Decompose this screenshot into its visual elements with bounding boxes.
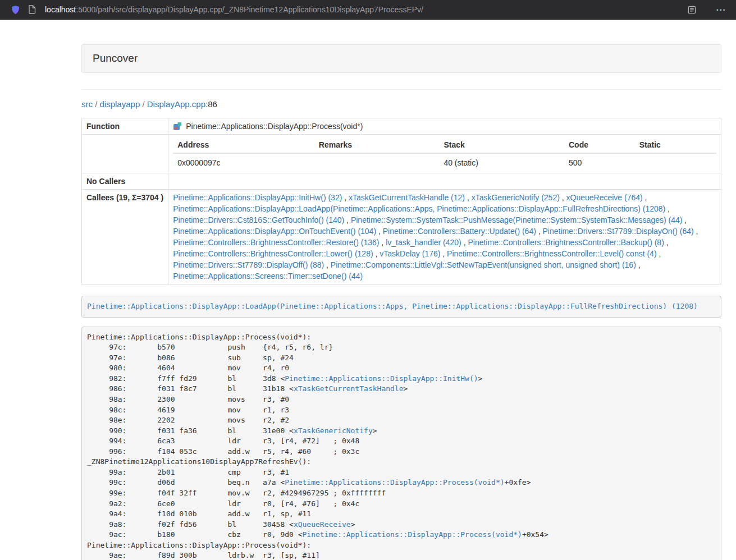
stats-static-value (635, 153, 716, 171)
function-name-cell: Pinetime::Applications::DisplayApp::Proc… (168, 118, 721, 135)
breadcrumb-separator: / (140, 99, 147, 109)
callee-link[interactable]: Pinetime::Applications::Screens::Timer::… (173, 272, 363, 281)
stats-address-value: 0x0000097c (173, 153, 314, 171)
callee-link[interactable]: Pinetime::Controllers::BrightnessControl… (173, 249, 373, 258)
no-callers-label: No Callers (82, 173, 168, 190)
assembly-symbol-link[interactable]: Pinetime::Applications::DisplayApp::Proc… (285, 478, 504, 486)
stats-header-code: Code (564, 137, 635, 153)
callee-link[interactable]: Pinetime::System::SystemTask::PushMessag… (351, 215, 683, 224)
reader-mode-icon[interactable] (685, 3, 698, 16)
stats-header-row: Address Remarks Stack Code Static (173, 137, 716, 153)
callee-link[interactable]: Pinetime::Drivers::St7789::DisplayOff() … (173, 260, 324, 269)
callee-link[interactable]: Pinetime::Applications::DisplayApp::Load… (173, 204, 665, 213)
callee-link[interactable]: Pinetime::Controllers::BrightnessControl… (447, 249, 656, 258)
callee-link[interactable]: Pinetime::Components::LittleVgl::SetNewT… (331, 260, 636, 269)
callees-row: Callees (19, Σ=3704 ) Pinetime::Applicat… (82, 190, 721, 284)
function-row: Function Pinetime::Applications::Display… (82, 118, 721, 135)
stats-cell: Address Remarks Stack Code Static 0x0000… (168, 135, 721, 173)
stats-value-row: 0x0000097c 40 (static) 500 (173, 153, 716, 171)
url-host: localhost (45, 5, 76, 14)
breadcrumb-link[interactable]: displayapp (100, 99, 140, 109)
stats-header-stack: Stack (439, 137, 564, 153)
stats-header-remarks: Remarks (314, 137, 440, 153)
callee-link[interactable]: Pinetime::Applications::DisplayApp::Init… (173, 193, 342, 202)
main-content: Puncover src / displayapp / DisplayApp.c… (81, 20, 721, 560)
stats-row-label (82, 135, 168, 173)
page-actions-more-icon[interactable]: ⋯ (712, 4, 729, 16)
no-callers-row: No Callers (82, 173, 721, 190)
app-header-panel: Puncover (81, 44, 721, 73)
stats-row: Address Remarks Stack Code Static 0x0000… (82, 135, 721, 173)
assembly-symbol-link[interactable]: xTaskGenericNotify (294, 426, 373, 435)
callees-list: Pinetime::Applications::DisplayApp::Init… (168, 190, 721, 284)
callee-link[interactable]: Pinetime::Applications::DisplayApp::OnTo… (173, 227, 376, 236)
callee-link[interactable]: xTaskGenericNotify (252) (472, 193, 560, 202)
callee-link[interactable]: vTaskDelay (176) (380, 249, 440, 258)
assembly-symbol-link[interactable]: xTaskGetCurrentTaskHandle (294, 384, 404, 393)
stats-stack-value: 40 (static) (439, 153, 564, 171)
browser-url-bar: localhost:5000/path/src/displayapp/Displ… (0, 0, 736, 20)
assembly-symbol-link[interactable]: xQueueReceive (294, 520, 351, 529)
function-name: Pinetime::Applications::DisplayApp::Proc… (186, 122, 363, 131)
callee-link[interactable]: lv_task_handler (420) (386, 238, 461, 247)
stats-header-static: Static (635, 137, 716, 153)
callees-label: Callees (19, Σ=3704 ) (82, 190, 168, 284)
breadcrumb: src / displayapp / DisplayApp.cpp:86 (81, 99, 721, 110)
assembly-symbol-link[interactable]: Pinetime::Applications::DisplayApp::Proc… (303, 530, 522, 539)
callee-link[interactable]: Pinetime::Controllers::BrightnessControl… (173, 238, 379, 247)
callee-link[interactable]: Pinetime::Drivers::Cst816S::GetTouchInfo… (173, 215, 344, 224)
divider (81, 89, 721, 90)
callee-link[interactable]: Pinetime::Drivers::St7789::DisplayOn() (… (543, 227, 694, 236)
callee-link[interactable]: Pinetime::Controllers::Battery::Update()… (383, 227, 536, 236)
callee-link[interactable]: xTaskGetCurrentTaskHandle (12) (349, 193, 465, 202)
function-table: Function Pinetime::Applications::Display… (81, 118, 721, 284)
stats-table: Address Remarks Stack Code Static 0x0000… (173, 137, 716, 171)
stats-remarks-value (314, 153, 440, 171)
function-icon (173, 122, 182, 131)
function-row-label: Function (82, 118, 168, 135)
callee-link[interactable]: xQueueReceive (764) (566, 193, 643, 202)
app-title: Puncover (93, 53, 710, 64)
tracking-protection-shield-icon[interactable] (9, 3, 21, 16)
url-path: :5000/path/src/displayapp/DisplayApp.cpp… (76, 5, 423, 14)
breadcrumb-line-number: :86 (205, 99, 217, 109)
stats-header-address: Address (173, 137, 314, 153)
highlighted-callee-box: Pinetime::Applications::DisplayApp::Load… (81, 296, 721, 318)
url-text[interactable]: localhost:5000/path/src/displayapp/Displ… (45, 5, 685, 14)
breadcrumb-separator: / (93, 99, 100, 109)
assembly-code: Pinetime::Applications::DisplayApp::Proc… (81, 327, 721, 560)
highlighted-callee-link[interactable]: Pinetime::Applications::DisplayApp::Load… (87, 302, 698, 310)
no-callers-cell (168, 173, 721, 190)
callee-link[interactable]: Pinetime::Controllers::BrightnessControl… (468, 238, 664, 247)
stats-code-value: 500 (564, 153, 635, 171)
breadcrumb-link[interactable]: DisplayApp.cpp (147, 99, 205, 109)
assembly-symbol-link[interactable]: Pinetime::Applications::DisplayApp::Init… (285, 374, 478, 383)
breadcrumb-link[interactable]: src (81, 99, 93, 109)
page-info-icon[interactable] (26, 3, 38, 16)
